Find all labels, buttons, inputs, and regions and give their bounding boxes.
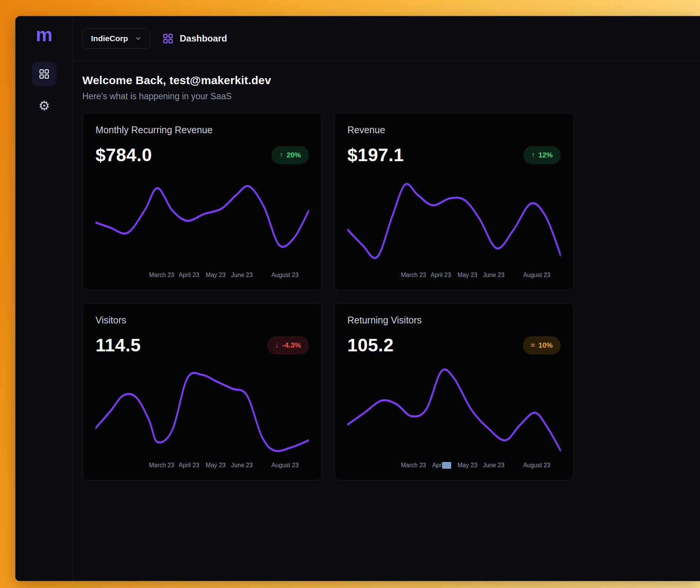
dashboard-content: Welcome Back, test@makerkit.dev Here's w…: [73, 61, 584, 480]
sidebar-item-settings[interactable]: ⚙: [32, 96, 57, 115]
workspace-name: IndieCorp: [91, 34, 128, 43]
dashboard-grid-icon: [162, 33, 174, 44]
card-title: Monthly Recurring Revenue: [96, 125, 309, 135]
sidebar: m ⚙: [15, 16, 73, 581]
selection-highlight: [442, 462, 451, 469]
line-chart-returning-visitors: [347, 364, 561, 458]
x-axis-label: June 23: [231, 272, 253, 279]
metric-card-revenue: Revenue $197.1 ↑ 12% March 23 April 23: [334, 113, 574, 290]
card-title: Visitors: [96, 315, 309, 326]
metric-card-mrr: Monthly Recurring Revenue $784.0 ↑ 20% M…: [82, 113, 322, 290]
line-chart-visitors: [96, 364, 309, 458]
x-axis-label: May 23: [206, 462, 225, 469]
x-axis-label: August 23: [271, 272, 299, 279]
x-axis-label: August 23: [271, 462, 299, 469]
metric-value: 105.2: [347, 335, 394, 356]
trend-badge: ↑ 20%: [271, 146, 309, 164]
x-axis-label: April 23: [179, 462, 199, 469]
chevron-down-icon: [135, 35, 142, 42]
x-axis-label: May 23: [458, 462, 477, 469]
arrow-up-icon: ↑: [279, 151, 283, 159]
gear-icon: ⚙: [39, 98, 50, 113]
trend-badge: ↓ -4.3%: [267, 336, 309, 354]
equals-icon: =: [531, 341, 535, 349]
x-axis-label: March 23: [401, 272, 426, 279]
breadcrumb: Dashboard: [162, 33, 227, 44]
x-axis-label: August 23: [523, 272, 550, 279]
x-axis-label: June 23: [231, 462, 253, 469]
metric-value: 114.5: [96, 335, 141, 356]
line-chart-revenue: [347, 174, 561, 268]
metric-cards-grid: Monthly Recurring Revenue $784.0 ↑ 20% M…: [82, 113, 574, 480]
workspace-selector[interactable]: IndieCorp: [82, 28, 150, 49]
grid-icon: [39, 68, 50, 80]
x-axis-label: April 23: [179, 272, 199, 279]
x-axis-label: March 23: [149, 462, 174, 469]
metric-value: $197.1: [347, 145, 404, 165]
x-axis-labels: March 23 April May 23 June 23 August 23: [347, 462, 561, 471]
x-axis-labels: March 23 April 23 May 23 June 23 August …: [96, 462, 309, 471]
x-axis-label: May 23: [458, 272, 477, 279]
metric-card-returning-visitors: Returning Visitors 105.2 = 10% March 23 …: [334, 303, 574, 480]
metric-value: $784.0: [96, 145, 152, 165]
line-chart-mrr: [96, 174, 309, 268]
x-axis-label: April 23: [430, 272, 451, 279]
trend-value: 10%: [538, 341, 553, 349]
app-window: m ⚙ IndieCorp: [15, 16, 700, 581]
main-area: IndieCorp Dashboard Welcome Back, test@m…: [73, 16, 700, 581]
trend-badge: ↑ 12%: [523, 146, 561, 164]
trend-value: 12%: [538, 151, 553, 159]
welcome-heading: Welcome Back, test@makerkit.dev: [82, 74, 574, 87]
x-axis-label: June 23: [483, 272, 504, 279]
card-title: Revenue: [347, 125, 561, 135]
x-axis-label: March 23: [401, 462, 426, 469]
x-axis-label: June 23: [483, 462, 504, 469]
welcome-subtitle: Here's what is happening in your SaaS: [82, 91, 574, 102]
x-axis-label: March 23: [149, 272, 174, 279]
sidebar-item-dashboard[interactable]: [32, 62, 57, 86]
arrow-up-icon: ↑: [531, 151, 535, 159]
top-header: IndieCorp Dashboard: [73, 16, 700, 61]
trend-value: 20%: [287, 151, 301, 159]
x-axis-label: August 23: [523, 462, 550, 469]
trend-badge: = 10%: [523, 336, 561, 354]
x-axis-labels: March 23 April 23 May 23 June 23 August …: [347, 272, 561, 281]
arrow-down-icon: ↓: [275, 341, 279, 349]
trend-value: -4.3%: [282, 341, 301, 349]
metric-card-visitors: Visitors 114.5 ↓ -4.3% March 23 April 23: [82, 303, 322, 480]
card-title: Returning Visitors: [347, 315, 561, 326]
brand-logo: m: [36, 25, 52, 44]
x-axis-label: May 23: [206, 272, 225, 279]
page-title: Dashboard: [180, 33, 227, 44]
x-axis-labels: March 23 April 23 May 23 June 23 August …: [96, 272, 309, 281]
